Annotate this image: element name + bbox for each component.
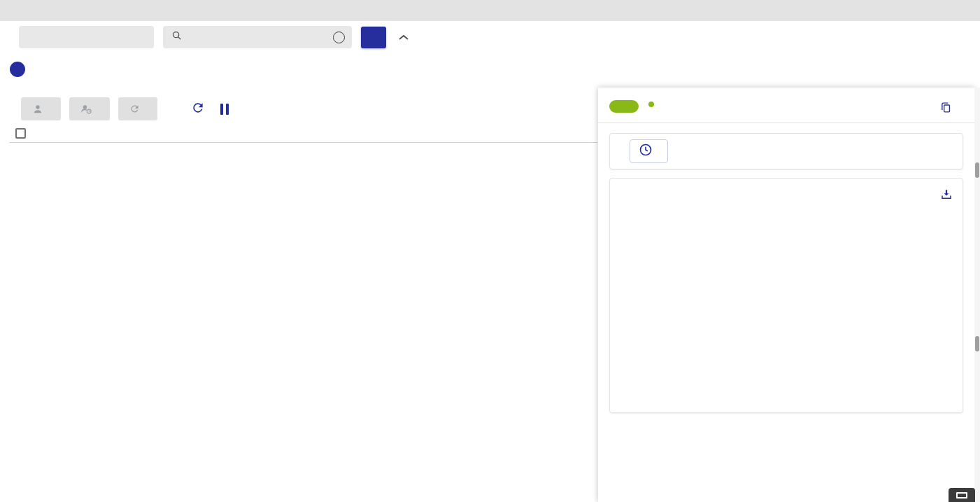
refresh-button[interactable] (191, 101, 205, 117)
panel-header (598, 88, 974, 123)
downtime-button[interactable] (69, 97, 110, 120)
filter-row-main (10, 26, 412, 48)
help-icon[interactable] (333, 32, 345, 43)
resource-actions-toolbar (21, 97, 229, 120)
search-icon (171, 30, 183, 44)
search-input[interactable] (190, 32, 326, 43)
table-header-row (10, 125, 597, 143)
filter-row-criteria (10, 56, 53, 83)
panel-scrollbar[interactable] (974, 88, 980, 502)
person-clock-icon (80, 104, 92, 115)
clear-filters-button[interactable] (45, 69, 53, 70)
resource-detail-panel (598, 88, 974, 502)
period-card (609, 133, 963, 169)
download-button[interactable] (940, 188, 953, 203)
add-criteria-button[interactable] (10, 62, 25, 77)
person-icon (32, 104, 43, 115)
saved-filter-select[interactable] (19, 26, 154, 48)
refresh-icon (191, 101, 205, 117)
chevron-up-icon (398, 32, 409, 43)
load-chart (611, 216, 961, 393)
download-icon (940, 188, 953, 203)
search-button[interactable] (361, 27, 386, 48)
recheck-icon (129, 104, 140, 114)
graph-card (609, 178, 963, 413)
copy-link-button[interactable] (940, 102, 952, 116)
pause-autorefresh-button[interactable] (213, 104, 229, 115)
check-button[interactable] (118, 97, 157, 120)
acknowledge-button[interactable] (21, 97, 61, 120)
search-box[interactable] (163, 26, 352, 48)
pause-icon (220, 104, 229, 115)
panel-tabs (598, 123, 974, 123)
collapse-filters-button[interactable] (395, 29, 412, 46)
resources-table (10, 125, 597, 143)
picture-in-picture-icon[interactable] (949, 488, 975, 502)
select-all-checkbox[interactable] (15, 128, 26, 139)
clock-icon (639, 143, 653, 160)
copy-icon (940, 102, 952, 116)
breadcrumb (0, 0, 980, 21)
date-range-picker[interactable] (630, 139, 668, 163)
panel-status-badge (609, 100, 639, 113)
host-status-dot (648, 102, 654, 107)
scrollbar-thumb[interactable] (975, 336, 979, 351)
scrollbar-thumb[interactable] (975, 162, 979, 178)
